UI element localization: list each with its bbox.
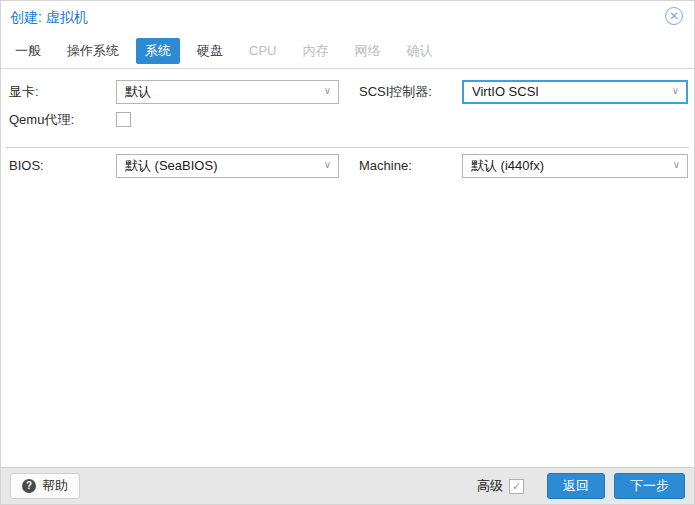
tab-disks[interactable]: 硬盘 bbox=[197, 38, 223, 64]
tab-os[interactable]: 操作系统 bbox=[67, 38, 119, 64]
graphics-select[interactable]: 默认 ∨ bbox=[116, 80, 339, 104]
tab-system[interactable]: 系统 bbox=[136, 38, 180, 64]
advanced-label: 高级 bbox=[477, 477, 503, 495]
machine-select-value: 默认 (i440fx) bbox=[471, 158, 544, 173]
qemu-agent-checkbox[interactable] bbox=[116, 112, 131, 127]
help-button[interactable]: ? 帮助 bbox=[10, 473, 80, 499]
chevron-down-icon: ∨ bbox=[672, 81, 679, 101]
machine-select[interactable]: 默认 (i440fx) ∨ bbox=[462, 154, 688, 178]
bios-select-value: 默认 (SeaBIOS) bbox=[125, 158, 217, 173]
scsi-controller-label: SCSI控制器: bbox=[359, 80, 432, 104]
back-button-label: 返回 bbox=[563, 477, 589, 495]
next-button-label: 下一步 bbox=[630, 477, 669, 495]
back-button[interactable]: 返回 bbox=[547, 473, 605, 499]
machine-label: Machine: bbox=[359, 154, 412, 178]
close-icon[interactable]: ✕ bbox=[665, 7, 683, 25]
section-divider bbox=[6, 147, 689, 148]
chevron-down-icon: ∨ bbox=[324, 154, 331, 176]
scsi-controller-select[interactable]: VirtIO SCSI ∨ bbox=[462, 80, 688, 104]
dialog-title: 创建: 虚拟机 bbox=[10, 9, 88, 27]
tab-memory: 内存 bbox=[302, 38, 328, 64]
chevron-down-icon: ∨ bbox=[324, 80, 331, 102]
tab-general[interactable]: 一般 bbox=[15, 38, 41, 64]
advanced-checkbox[interactable]: ✓ bbox=[509, 479, 524, 494]
dialog-footer: ? 帮助 高级 ✓ 返回 下一步 bbox=[1, 467, 694, 504]
scsi-controller-select-value: VirtIO SCSI bbox=[472, 84, 539, 99]
tab-cpu: CPU bbox=[249, 39, 276, 62]
graphics-select-value: 默认 bbox=[125, 84, 151, 99]
wizard-tabbar: 一般 操作系统 系统 硬盘 CPU 内存 网络 确认 bbox=[1, 33, 694, 69]
tab-network: 网络 bbox=[354, 38, 380, 64]
bios-select[interactable]: 默认 (SeaBIOS) ∨ bbox=[116, 154, 339, 178]
chevron-down-icon: ∨ bbox=[673, 154, 680, 176]
help-icon: ? bbox=[22, 479, 36, 493]
create-vm-dialog: 创建: 虚拟机 ✕ 一般 操作系统 系统 硬盘 CPU 内存 网络 确认 显卡:… bbox=[0, 0, 695, 505]
next-button[interactable]: 下一步 bbox=[614, 473, 685, 499]
bios-label: BIOS: bbox=[9, 154, 44, 178]
tab-confirm: 确认 bbox=[406, 38, 432, 64]
help-button-label: 帮助 bbox=[42, 477, 68, 495]
graphics-label: 显卡: bbox=[9, 80, 39, 104]
dialog-header: 创建: 虚拟机 ✕ bbox=[1, 1, 694, 33]
qemu-agent-label: Qemu代理: bbox=[9, 108, 74, 132]
